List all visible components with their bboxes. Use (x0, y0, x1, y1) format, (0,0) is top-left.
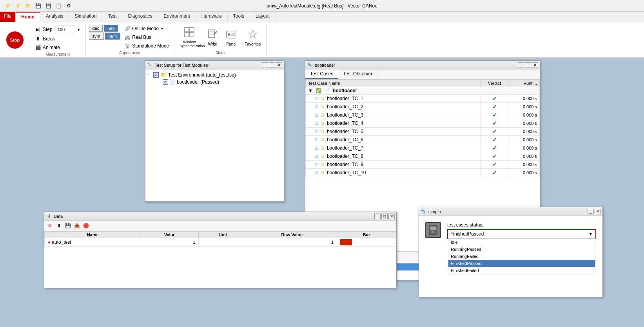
favorites-icon (247, 29, 258, 41)
bootloader-maximize[interactable]: □ (525, 62, 531, 68)
dropdown-list: IdleRunningPassedRunningFailedFinishedPa… (448, 238, 595, 274)
col-verdict: Verdict (481, 80, 508, 87)
dropdown-item[interactable]: RunningFailed (448, 253, 595, 260)
table-row: ☑ ☑ bootloader_TC_6 ✓ 0.000 s (306, 136, 540, 144)
close-button[interactable]: ✕ (276, 62, 282, 68)
standalone-icon: 📡 (124, 43, 131, 49)
dt-icon-record[interactable]: 🔴 (82, 222, 90, 230)
tree-root[interactable]: − ✓ 📁 Test Environment (auto_test.tse) (147, 71, 282, 79)
sym-button[interactable]: sym (89, 33, 104, 40)
dropdown-item[interactable]: FinishedFailed (448, 267, 595, 274)
dec-button[interactable]: dec (89, 25, 103, 32)
minimize-button[interactable]: _ (262, 62, 268, 68)
export-icon[interactable]: 📋 (55, 2, 62, 9)
standalone-button[interactable]: 📡 Standalone Mode (123, 42, 171, 50)
data-maximize[interactable]: □ (381, 214, 388, 219)
tree-file-icon: 📄 (170, 80, 175, 85)
simple-content: test cases status: FinishedPassed ▼ Idle… (419, 216, 602, 245)
table-row: ☑ ☑ bootloader_TC_1 ✓ 0.000 s (306, 95, 540, 103)
tree-child-checkbox[interactable]: ✓ (163, 79, 168, 85)
tab-hardware[interactable]: Hardware (196, 12, 228, 22)
simple-icon: 🔩 (421, 208, 427, 215)
ribbon: File Home Analysis Simulation Test Diagn… (0, 12, 644, 58)
ribbon-group-appearance: dec hex sym num 🔗 Online Mode ▼ (86, 24, 174, 56)
svg-point-10 (228, 33, 230, 36)
tab-test-cases[interactable]: Test Cases (305, 69, 338, 79)
main-area: 🔧 Test Setup for Test Modules _ □ ✕ − ✓ … (0, 58, 644, 327)
online-mode-button[interactable]: 🔗 Online Mode ▼ (123, 25, 171, 33)
maximize-button[interactable]: □ (269, 62, 275, 68)
ribbon-content: Stop ▶| Step ▼ ⏸ Break 🎬 Animate (0, 22, 644, 58)
simple-minimize[interactable]: _ (588, 209, 594, 214)
table-row: ☑ ☑ bootloader_TC_9 ✓ 0.000 s (306, 161, 540, 169)
save-as-icon[interactable]: 💾 (45, 2, 52, 9)
bootloader-close[interactable]: ✕ (532, 62, 538, 68)
data-minimize[interactable]: _ (374, 214, 381, 219)
animate-icon: 🎬 (35, 44, 41, 51)
tab-layout[interactable]: Layout (250, 12, 276, 22)
dropdown-item[interactable]: RunningPassed (448, 246, 595, 253)
write-button[interactable]: Write (205, 28, 220, 47)
data-titlebar: 📊 Data _ □ ✕ (44, 212, 396, 221)
svg-rect-0 (185, 27, 189, 32)
dropdown-selected[interactable]: FinishedPassed ▼ (448, 230, 595, 238)
tab-tools[interactable]: Tools (228, 12, 250, 22)
data-col-name: Name (45, 232, 141, 238)
new-doc-icon[interactable]: ⚡ (14, 2, 21, 9)
hex-button[interactable]: hex (104, 25, 118, 32)
dt-icon-save[interactable]: 💾 (64, 222, 72, 230)
svg-rect-14 (430, 227, 436, 230)
error-icon: ● (48, 239, 51, 245)
ribbon-group-stop: Stop (0, 24, 30, 56)
animate-button[interactable]: 🎬 Animate (33, 44, 82, 51)
window-sync-button[interactable]: Window Synchronization (177, 26, 201, 49)
step-button[interactable]: ▶| Step ▼ (33, 25, 82, 34)
panel-button[interactable]: Panel (223, 28, 239, 47)
test-setup-window: 🔧 Test Setup for Test Modules _ □ ✕ − ✓ … (145, 60, 284, 202)
simple-window: 🔩 simple _ ✕ test cases status: (419, 207, 603, 297)
num-buttons: dec hex sym num (89, 25, 121, 40)
tree-child-item[interactable]: ✓ 📄 bootloader (Passed) (156, 79, 282, 86)
data-col-bar: Bar (337, 232, 396, 238)
bootloader-tabs: Test Cases Test Observer (305, 69, 540, 79)
window-sync-icon (184, 27, 195, 39)
tab-file[interactable]: File (0, 12, 16, 22)
col-runtime: Runti... (508, 80, 540, 87)
settings-icon[interactable]: ⚙ (65, 2, 72, 9)
tab-home[interactable]: Home (16, 12, 40, 22)
break-icon: ⏸ (35, 36, 41, 42)
tab-test[interactable]: Test (102, 12, 122, 22)
device-icon (425, 222, 441, 238)
num-button[interactable]: num (105, 33, 120, 40)
step-input[interactable] (56, 26, 75, 33)
data-close[interactable]: ✕ (388, 214, 395, 219)
break-button[interactable]: ⏸ Break (33, 35, 82, 43)
col-name: Test Case Name (306, 80, 481, 87)
tree-child: ✓ 📄 bootloader (Passed) (147, 79, 282, 86)
real-bus-button[interactable]: 🚌 Real Bus (123, 33, 171, 41)
tab-analysis[interactable]: Analysis (40, 12, 69, 22)
data-icon: 📊 (46, 213, 52, 219)
open-icon[interactable]: 📁 (24, 2, 31, 9)
svg-rect-11 (231, 34, 235, 35)
stop-button[interactable]: Stop (6, 31, 24, 49)
save-icon[interactable]: 💾 (34, 2, 42, 9)
bootloader-minimize[interactable]: _ (518, 62, 524, 68)
ribbon-group-measurement: ▶| Step ▼ ⏸ Break 🎬 Animate Measurement (30, 24, 86, 56)
table-row: ☑ ☑ bootloader_TC_5 ✓ 0.000 s (306, 128, 540, 136)
dropdown-item[interactable]: Idle (448, 239, 595, 246)
simple-close[interactable]: ✕ (595, 209, 601, 214)
favorites-button[interactable]: Favorites (242, 28, 263, 47)
tree-root-checkbox[interactable]: ✓ (153, 72, 159, 78)
dt-icon-export[interactable]: 📤 (73, 222, 81, 230)
dropdown-item[interactable]: FinishedPassed (448, 260, 595, 267)
table-row: ☑ ☑ bootloader_TC_10 ✓ 0.000 s (306, 169, 540, 177)
tab-diagnostics[interactable]: Diagnostics (122, 12, 158, 22)
tab-simulation[interactable]: Simulation (69, 12, 102, 22)
dt-icon-delete[interactable]: ✕ (46, 222, 54, 230)
tab-test-observer[interactable]: Test Observer (338, 69, 377, 79)
tab-environment[interactable]: Environment (158, 12, 196, 22)
dt-icon-pause[interactable]: ⏸ (55, 222, 63, 230)
title-bar-icons: ⚡ ⚡ 📁 💾 💾 📋 ⚙ (4, 2, 72, 9)
new-icon[interactable]: ⚡ (4, 2, 11, 9)
